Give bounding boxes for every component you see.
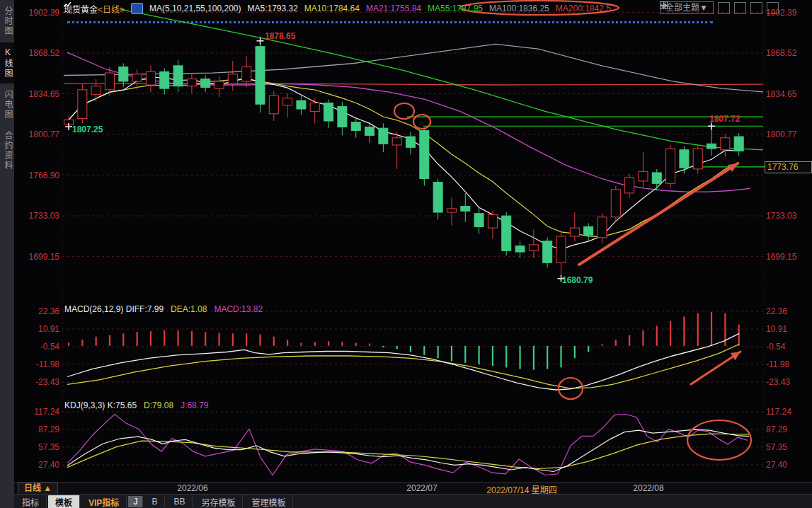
- main-price-axis-label: 1800.77: [23, 129, 59, 139]
- ma5-value: MA5:1793.32: [247, 4, 297, 13]
- bottom-toolbar: 指标 模板 VIP指标 J B BB 另存模板 管理模板: [14, 494, 812, 508]
- macd-axis-label: 10.91: [23, 324, 59, 334]
- crosshair-move-icon[interactable]: [718, 2, 730, 14]
- price-point-label: 1807.25: [72, 125, 103, 134]
- macd-axis-label-right: -11.98: [766, 359, 789, 369]
- date-axis-bar: 日线 ▲ 2022/062022/072022/07/14 星期四2022/08: [14, 482, 812, 495]
- chart-canvas[interactable]: [0, 0, 812, 508]
- kdj-axis-label-right: 117.24: [766, 407, 791, 417]
- toolbar-item-vip-indicators[interactable]: VIP指标: [81, 495, 127, 508]
- date-label: 2022/08: [633, 483, 663, 493]
- kdj-panel-header: KDJ(9,3,3) K:75.65 D:79.08 J:68.79: [64, 400, 208, 410]
- toolbar-item-indicators[interactable]: 指标: [15, 495, 47, 508]
- pane-exit-icon[interactable]: [767, 2, 779, 14]
- toolbar-item-b[interactable]: B: [144, 496, 165, 507]
- main-price-axis-label-right: 1800.77: [766, 129, 796, 139]
- sidebar-item-contract-info[interactable]: 合约资料: [0, 126, 14, 175]
- price-point-label: 1680.79: [562, 275, 593, 285]
- ma21-value: MA21:1755.84: [366, 4, 421, 13]
- ma100-value: MA100:1836.25: [489, 4, 549, 13]
- ma200-value: MA200:1842.5: [556, 4, 611, 13]
- kdj-j-value: J:68.79: [181, 400, 208, 410]
- period-selector[interactable]: 日线 ▲: [18, 483, 58, 495]
- sidebar-item-timeshare-chart[interactable]: 分时图: [0, 1, 14, 41]
- last-price-badge: 1773.76: [765, 161, 812, 173]
- main-price-axis-label: 1766.90: [23, 171, 59, 180]
- kdj-lines: [67, 415, 749, 475]
- main-price-axis-label-right: 1868.52: [766, 48, 796, 58]
- main-price-axis-label: 1733.03: [23, 211, 59, 221]
- period-tag: <日线>: [98, 5, 125, 15]
- toolbar-item-bb[interactable]: BB: [166, 496, 193, 507]
- macd-axis-label-right: 22.36: [766, 306, 787, 316]
- toolbar-item-save-template[interactable]: 另存模板: [194, 495, 243, 508]
- kline-chart-icon: [131, 3, 143, 14]
- left-sidebar: 分时图 K线图 闪电图 合约资料: [0, 0, 14, 508]
- kdj-axis-label-right: 87.29: [766, 425, 787, 434]
- date-label: 2022/07: [406, 483, 437, 493]
- main-price-axis-label: 1834.65: [23, 89, 59, 99]
- macd-panel-header: MACD(26,12,9) DIFF:7.99 DEA:1.08 MACD:13…: [64, 304, 263, 314]
- kdj-axis-label: 57.35: [23, 442, 59, 452]
- kdj-axis-label-right: 57.35: [766, 442, 787, 452]
- kdj-axis-label: 87.29: [23, 425, 59, 434]
- main-price-axis-label-right: 1733.03: [766, 211, 796, 221]
- macd-axis-label-right: -0.54: [766, 342, 785, 352]
- macd-axis-label-right: -23.43: [766, 377, 790, 387]
- price-point-label: 1878.65: [265, 31, 295, 41]
- trading-app-window: { "header": { "symbol": "现货黄金", "period_…: [0, 0, 812, 508]
- main-price-axis-label: 1902.39: [23, 8, 59, 18]
- kdj-axis-label: 117.24: [23, 407, 59, 417]
- sidebar-item-kline-chart[interactable]: K线图: [0, 42, 14, 83]
- pane-layout-right-icon[interactable]: [750, 2, 762, 14]
- ma-settings-label: MA(5,10,21,55,100,200): [149, 4, 241, 13]
- macd-axis-label: -23.43: [23, 377, 59, 387]
- macd-macd-value: MACD:13.82: [214, 304, 263, 314]
- theme-dropdown-button[interactable]: 全部主题▼: [660, 1, 714, 14]
- header-right-controls: 全部主题▼: [660, 1, 779, 14]
- chart-header: 现货黄金<日线> MA(5,10,21,55,100,200) MA5:1793…: [64, 2, 611, 15]
- main-price-axis-label-right: 1699.15: [766, 252, 796, 262]
- macd-axis-label: 22.36: [23, 306, 59, 316]
- toolbar-item-templates[interactable]: 模板: [48, 495, 80, 508]
- main-price-axis-label-right: 1834.65: [766, 89, 796, 99]
- sidebar-item-lightning-chart[interactable]: 闪电图: [0, 85, 14, 125]
- ma55-value: MA55:1787.95: [428, 4, 483, 13]
- macd-lines: [67, 333, 739, 390]
- macd-title: MACD(26,12,9) DIFF:7.99: [64, 304, 164, 314]
- kdj-axis-label-right: 27.40: [766, 460, 787, 470]
- kdj-d-value: D:79.08: [144, 400, 173, 410]
- macd-axis-label: -11.98: [23, 359, 59, 369]
- symbol-title: 现货黄金<日线>: [64, 3, 125, 15]
- pane-layout-left-icon[interactable]: [734, 2, 746, 14]
- macd-axis-label-right: 10.91: [766, 324, 787, 334]
- ma10-value: MA10:1784.64: [304, 4, 360, 13]
- main-price-axis-label: 1868.52: [23, 48, 59, 58]
- macd-dea-value: DEA:1.08: [171, 304, 207, 314]
- toolbar-item-manage-template[interactable]: 管理模板: [244, 495, 293, 508]
- main-price-axis-label: 1699.15: [23, 252, 59, 262]
- macd-axis-label: -0.54: [23, 342, 59, 352]
- kdj-axis-label: 27.40: [23, 460, 59, 470]
- candlestick-series: [64, 41, 744, 279]
- toolbar-item-j[interactable]: J: [128, 496, 143, 507]
- macd-histogram: [69, 312, 739, 370]
- date-label: 2022/06: [177, 483, 207, 493]
- price-point-label: 1807.72: [709, 114, 740, 124]
- kdj-title: KDJ(9,3,3) K:75.65: [64, 400, 137, 410]
